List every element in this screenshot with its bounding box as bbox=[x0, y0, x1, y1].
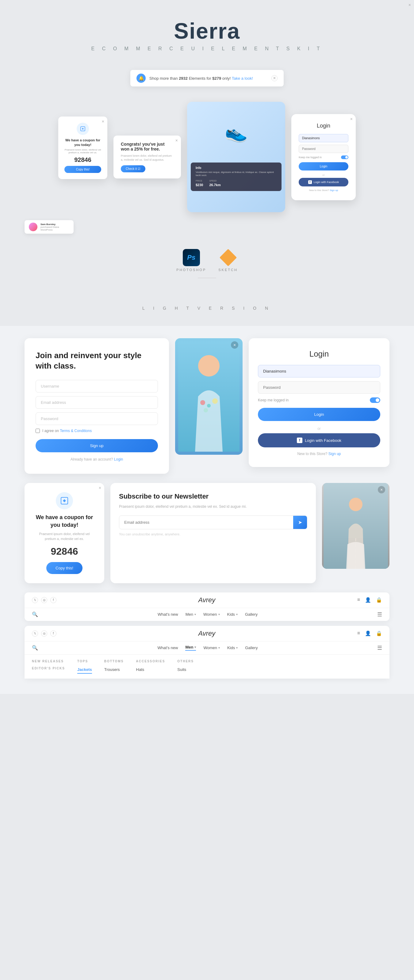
reg-password-input[interactable] bbox=[35, 412, 158, 425]
navbar-1: 𝕏 ◎ f Avrey ≡ 👤 🔒 🔍 What's new Men ▾ Wom… bbox=[24, 592, 390, 621]
lock-icon-2[interactable]: 🔒 bbox=[376, 630, 382, 636]
hats-item[interactable]: Hats bbox=[136, 666, 165, 673]
facebook-icon-large: f bbox=[297, 438, 303, 443]
social-icons-2: 𝕏 ◎ f bbox=[32, 630, 56, 636]
newsletter-title: Subscribe to our Newsletter bbox=[119, 492, 307, 501]
coupon-close-button-large[interactable]: × bbox=[99, 485, 101, 490]
register-title: Join and reinvent your style with class. bbox=[35, 350, 158, 371]
sign-up-link-small[interactable]: Sign up bbox=[330, 189, 338, 192]
keep-logged-row-large: Keep me logged in bbox=[258, 398, 380, 403]
street-model-close[interactable]: × bbox=[378, 486, 385, 493]
divider bbox=[198, 278, 216, 278]
lock-icon-1[interactable]: 🔒 bbox=[376, 597, 382, 603]
mega-dropdown: NEW RELEASES EDITOR'S PICKS TOPS Jackets… bbox=[24, 654, 390, 679]
svg-point-2 bbox=[198, 355, 220, 377]
keep-logged-toggle-small[interactable] bbox=[341, 156, 349, 159]
purchase-action: purchased Diana WordPress bbox=[40, 226, 69, 231]
model-image bbox=[175, 338, 242, 455]
notification-close-button[interactable]: × bbox=[271, 75, 277, 81]
nav-men-1[interactable]: Men ▾ bbox=[186, 612, 196, 617]
hamburger-icon-top-2[interactable]: ≡ bbox=[357, 630, 360, 636]
login-button-large[interactable]: Login bbox=[258, 408, 380, 421]
newsletter-submit-button[interactable]: ➤ bbox=[293, 516, 307, 529]
accessories-header: ACCESSORIES bbox=[136, 660, 165, 663]
take-look-link[interactable]: Take a look! bbox=[232, 76, 253, 81]
username-input-large[interactable] bbox=[258, 365, 380, 377]
hamburger-icon-bottom-2[interactable]: ☰ bbox=[377, 644, 382, 651]
login-close-button-small[interactable]: × bbox=[350, 116, 353, 121]
sketch-diamond bbox=[219, 249, 237, 266]
coupon-desc-large: Praesent ipsum dolor, eleifend vel preti… bbox=[33, 531, 96, 541]
twitter-icon-1[interactable]: 𝕏 bbox=[32, 597, 38, 603]
svg-point-3 bbox=[200, 400, 205, 405]
nav-whats-new-2[interactable]: What's new bbox=[158, 645, 178, 651]
brand-name-2: Avrey bbox=[198, 630, 215, 638]
jackets-item[interactable]: Jackets bbox=[77, 666, 92, 674]
search-icon-1[interactable]: 🔍 bbox=[32, 611, 38, 617]
nav-kids-2[interactable]: Kids ▾ bbox=[227, 645, 238, 651]
sketch-tool: SKETCH bbox=[218, 249, 238, 272]
navbar-top-2: 𝕏 ◎ f Avrey ≡ 👤 🔒 bbox=[24, 626, 390, 641]
coupon-code-large: 92846 bbox=[33, 546, 96, 557]
reg-username-input[interactable] bbox=[35, 380, 158, 393]
social-icons-1: 𝕏 ◎ f bbox=[32, 597, 56, 603]
coupon-close-button[interactable]: × bbox=[102, 119, 104, 124]
reg-email-input[interactable] bbox=[35, 396, 158, 409]
password-input-small[interactable] bbox=[299, 145, 349, 153]
terms-link[interactable]: Terms & Conditions bbox=[60, 429, 92, 433]
facebook-icon-navbar-2[interactable]: f bbox=[50, 630, 56, 636]
terms-checkbox[interactable] bbox=[35, 429, 40, 433]
user-icon-1[interactable]: 👤 bbox=[365, 597, 371, 603]
nav-whats-new-1[interactable]: What's new bbox=[158, 612, 178, 617]
login-close-button-large[interactable]: × bbox=[408, 2, 411, 7]
shoe-info-panel: Info Vestibulum nisl neque, dignissim at… bbox=[191, 162, 282, 191]
keep-logged-row-small: Keep me logged in bbox=[299, 156, 349, 159]
shoe-info-desc: Vestibulum nisl neque, dignissim at fini… bbox=[196, 171, 277, 177]
password-input-large[interactable] bbox=[258, 381, 380, 394]
check-it-button[interactable]: Check it ☑ bbox=[121, 165, 145, 172]
facebook-icon-navbar-1[interactable]: f bbox=[50, 597, 56, 603]
keep-logged-toggle-large[interactable] bbox=[370, 398, 380, 403]
light-version-title: L I G H T V E R S I O N bbox=[0, 306, 414, 310]
user-icon-2[interactable]: 👤 bbox=[365, 630, 371, 636]
congrats-modal: × Congrats! you've just won a 25% for fr… bbox=[113, 135, 181, 178]
copy-coupon-button-large[interactable]: Copy this! bbox=[46, 562, 83, 574]
photoshop-icon: Ps bbox=[183, 249, 200, 266]
congrats-close-button[interactable]: × bbox=[175, 138, 178, 143]
light-version-section: Join and reinvent your style with class.… bbox=[0, 326, 414, 694]
nav-gallery-1[interactable]: Gallery bbox=[245, 612, 258, 617]
twitter-icon-2[interactable]: 𝕏 bbox=[32, 630, 38, 636]
nav-gallery-2[interactable]: Gallery bbox=[245, 645, 258, 651]
hamburger-icon-bottom-1[interactable]: ☰ bbox=[377, 611, 382, 618]
instagram-icon-2[interactable]: ◎ bbox=[41, 630, 47, 636]
navbar-right-icons-2: ≡ 👤 🔒 bbox=[357, 630, 382, 636]
price: $279 bbox=[212, 76, 221, 81]
newsletter-email-input[interactable] bbox=[119, 516, 293, 528]
register-card: Join and reinvent your style with class.… bbox=[24, 338, 169, 474]
instagram-icon-1[interactable]: ◎ bbox=[41, 597, 47, 603]
username-input-small[interactable] bbox=[299, 134, 349, 142]
notification-bar: 🔔 Shop more than 2932 Elements for $279 … bbox=[131, 70, 283, 86]
preview-section: 🔔 Shop more than 2932 Elements for $279 … bbox=[0, 64, 414, 237]
search-icon-2[interactable]: 🔍 bbox=[32, 645, 38, 651]
login-link[interactable]: Login bbox=[114, 457, 123, 461]
suits-item[interactable]: Suits bbox=[177, 666, 194, 673]
coupon-modal-large: × We have a coupon for you today! Praese… bbox=[24, 483, 104, 583]
nav-men-2[interactable]: Men ▾ bbox=[185, 645, 196, 651]
login-button-small[interactable]: Login bbox=[299, 162, 349, 170]
nav-women-1[interactable]: Women ▾ bbox=[203, 612, 220, 617]
nav-women-2[interactable]: Women ▾ bbox=[203, 645, 220, 651]
model-close-button[interactable]: × bbox=[231, 341, 238, 348]
men-chevron-2: ▾ bbox=[194, 646, 196, 649]
facebook-login-button-small[interactable]: f Login with Facebook bbox=[299, 178, 349, 186]
trousers-item[interactable]: Trousers bbox=[104, 666, 124, 673]
signup-button[interactable]: Sign up bbox=[35, 439, 158, 452]
nav-kids-1[interactable]: Kids ▾ bbox=[227, 612, 238, 617]
facebook-login-button-large[interactable]: f Login with Facebook bbox=[258, 433, 380, 447]
photoshop-label: PHOTOSHOP bbox=[176, 268, 206, 272]
terms-row: I agree on Terms & Conditions bbox=[35, 429, 158, 433]
new-store-text-small: New to this Store? Sign up bbox=[299, 189, 349, 192]
sign-up-link-large[interactable]: Sign up bbox=[328, 452, 341, 456]
copy-coupon-button-small[interactable]: Copy this! bbox=[64, 166, 101, 173]
hamburger-icon-top-1[interactable]: ≡ bbox=[357, 597, 360, 603]
